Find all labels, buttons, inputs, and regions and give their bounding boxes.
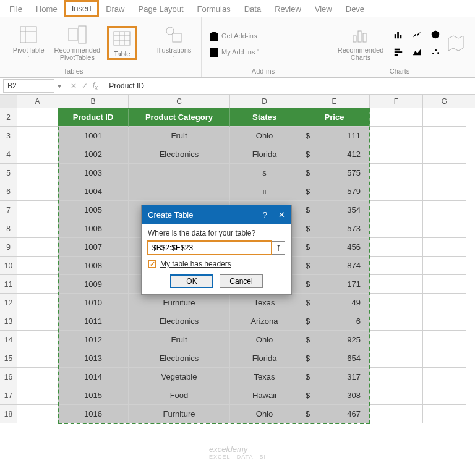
cell[interactable] — [423, 127, 466, 145]
cell[interactable] — [370, 182, 423, 201]
cell[interactable] — [423, 331, 466, 349]
tab-file[interactable]: File — [2, 1, 29, 17]
row-header[interactable]: 6 — [0, 182, 17, 201]
cell[interactable] — [370, 108, 423, 127]
row-header[interactable]: 8 — [0, 219, 17, 238]
cell-category[interactable]: Electronics — [129, 145, 230, 164]
cell-price[interactable]: $49 — [299, 294, 370, 312]
headers-checkbox[interactable]: ✓ — [148, 260, 156, 268]
cell-state[interactable]: States — [230, 108, 299, 127]
row-header[interactable]: 7 — [0, 201, 17, 219]
get-addins-button[interactable]: Get Add-ins — [205, 29, 260, 44]
cell[interactable] — [17, 405, 58, 423]
cell-price[interactable]: $575 — [299, 164, 370, 182]
cell-state[interactable]: Ohio — [230, 405, 299, 423]
tab-insert[interactable]: Insert — [64, 0, 100, 17]
cell-price[interactable]: $111 — [299, 127, 370, 145]
illustrations-button[interactable]: Illustrations˅ — [154, 23, 195, 63]
tab-view[interactable]: View — [308, 1, 339, 17]
cell-category[interactable]: Product Category — [129, 108, 230, 127]
row-header[interactable]: 10 — [0, 257, 17, 275]
cell-state[interactable]: Texas — [230, 368, 299, 386]
cell[interactable] — [423, 201, 466, 219]
cell[interactable] — [423, 386, 466, 405]
cell[interactable] — [370, 312, 423, 331]
cell-category[interactable]: Vegetable — [129, 368, 230, 386]
cell-price[interactable]: $354 — [299, 201, 370, 219]
cell-product-id[interactable]: 1015 — [58, 386, 129, 405]
chart-column-button[interactable] — [390, 27, 406, 42]
cell-state[interactable]: Texas — [230, 294, 299, 312]
cell[interactable] — [423, 164, 466, 182]
cell-product-id[interactable]: 1004 — [58, 182, 129, 201]
cell[interactable] — [370, 331, 423, 349]
cell-price[interactable]: $654 — [299, 349, 370, 368]
cell-state[interactable]: Florida — [230, 349, 299, 368]
cell-state[interactable]: s — [230, 164, 299, 182]
name-box-dropdown[interactable]: ▾ — [54, 79, 64, 93]
cancel-button[interactable]: Cancel — [220, 274, 263, 288]
cell-product-id[interactable]: 1008 — [58, 257, 129, 275]
fx-icon[interactable]: fx — [93, 81, 98, 91]
cell[interactable] — [423, 312, 466, 331]
row-header[interactable]: 5 — [0, 164, 17, 182]
row-header[interactable]: 11 — [0, 275, 17, 294]
cell[interactable] — [423, 145, 466, 164]
cell[interactable] — [370, 294, 423, 312]
row-header[interactable]: 15 — [0, 349, 17, 368]
row-header[interactable]: 18 — [0, 405, 17, 423]
cell[interactable] — [370, 201, 423, 219]
pivottable-button[interactable]: PivotTable˅ — [10, 23, 48, 63]
cell-category[interactable] — [129, 164, 230, 182]
cell-product-id[interactable]: 1011 — [58, 312, 129, 331]
col-header-f[interactable]: F — [370, 95, 423, 108]
cell-product-id[interactable]: 1012 — [58, 331, 129, 349]
cell[interactable] — [17, 349, 58, 368]
cell-category[interactable]: Food — [129, 386, 230, 405]
cell-product-id[interactable]: 1006 — [58, 219, 129, 238]
row-header[interactable]: 3 — [0, 127, 17, 145]
chart-area-button[interactable] — [409, 45, 425, 59]
cell[interactable] — [17, 386, 58, 405]
cell-price[interactable]: $171 — [299, 275, 370, 294]
ok-button[interactable]: OK — [170, 274, 213, 288]
cell-product-id[interactable]: 1016 — [58, 405, 129, 423]
cancel-formula-icon[interactable]: ✕ — [71, 82, 77, 90]
cell-category[interactable]: Electronics — [129, 312, 230, 331]
tab-home[interactable]: Home — [29, 1, 64, 17]
row-header[interactable]: 9 — [0, 238, 17, 257]
cell-product-id[interactable]: 1003 — [58, 164, 129, 182]
chart-bar-button[interactable] — [390, 45, 406, 59]
table-range-input[interactable] — [148, 241, 272, 255]
col-header-c[interactable]: C — [129, 95, 230, 108]
cell[interactable] — [370, 219, 423, 238]
chart-scatter-button[interactable] — [427, 45, 443, 59]
cell-price[interactable]: $874 — [299, 257, 370, 275]
col-header-g[interactable]: G — [423, 95, 466, 108]
cell-state[interactable]: ii — [230, 182, 299, 201]
range-picker-button[interactable]: ⭱ — [272, 241, 285, 255]
maps-button[interactable] — [447, 32, 464, 55]
cell-state[interactable]: Florida — [230, 145, 299, 164]
row-header[interactable]: 14 — [0, 331, 17, 349]
formula-input[interactable]: Product ID — [104, 82, 475, 90]
select-all-corner[interactable] — [0, 95, 17, 108]
cell[interactable] — [370, 238, 423, 257]
cell-price[interactable]: $925 — [299, 331, 370, 349]
cell-product-id[interactable]: 1002 — [58, 145, 129, 164]
cell[interactable] — [370, 349, 423, 368]
cell[interactable] — [17, 238, 58, 257]
cell-category[interactable]: Fruit — [129, 331, 230, 349]
cell[interactable] — [17, 294, 58, 312]
cell[interactable] — [423, 405, 466, 423]
col-header-b[interactable]: B — [58, 95, 129, 108]
chart-pie-button[interactable] — [427, 27, 443, 42]
cell-category[interactable]: Furniture — [129, 405, 230, 423]
tab-draw[interactable]: Draw — [99, 1, 131, 17]
cell[interactable] — [370, 145, 423, 164]
cell[interactable] — [17, 368, 58, 386]
cell-product-id[interactable]: 1005 — [58, 201, 129, 219]
cell-price[interactable]: $467 — [299, 405, 370, 423]
cell-price[interactable]: $6 — [299, 312, 370, 331]
row-header[interactable]: 2 — [0, 108, 17, 127]
